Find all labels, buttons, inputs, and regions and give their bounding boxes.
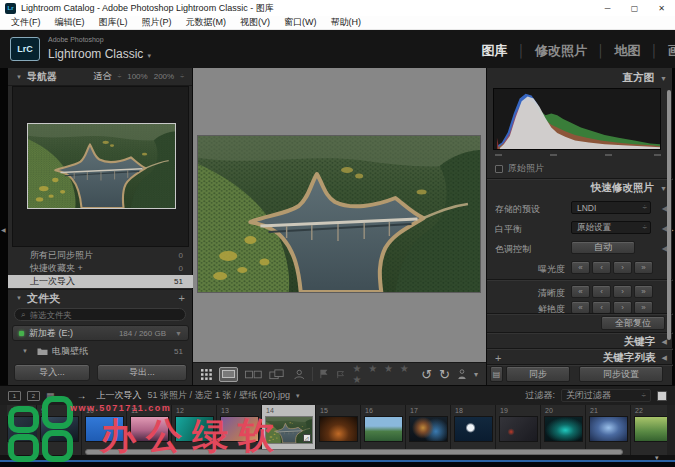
zoom-100[interactable]: 100% xyxy=(127,72,147,81)
menu-item-photo[interactable]: 照片(P) xyxy=(135,16,179,29)
navigator-header[interactable]: ▼ 导航器 适合 ÷ 100% 200% ÷ xyxy=(8,68,192,86)
filter-dropdown[interactable]: 关闭过滤器 ÷ xyxy=(561,389,651,402)
reset-all-button[interactable]: 全部复位 xyxy=(601,316,665,330)
reject-flag-icon[interactable] xyxy=(336,368,345,380)
filmstrip-thumb[interactable]: 12 xyxy=(172,405,217,455)
menu-item-window[interactable]: 窗口(W) xyxy=(277,16,324,29)
menu-item-edit[interactable]: 编辑(E) xyxy=(48,16,92,29)
collapse-left-panel-icon[interactable]: ◀ xyxy=(1,226,6,233)
filmstrip-thumb[interactable]: 21 xyxy=(586,405,631,455)
histogram[interactable] xyxy=(493,88,661,150)
zoom-fit[interactable]: 适合 xyxy=(93,70,111,83)
loupe-view-icon[interactable] xyxy=(219,367,239,382)
filmstrip-thumb[interactable]: 18 xyxy=(451,405,496,455)
exposure-large-minus-button[interactable]: « xyxy=(571,261,590,274)
import-button[interactable]: 导入... xyxy=(14,364,90,381)
second-window-icon[interactable]: 2 xyxy=(27,391,40,401)
volume-bar[interactable]: 新加卷 (E:) 184 / 260 GB ▼ xyxy=(12,325,189,341)
go-forward-icon[interactable]: → xyxy=(77,390,87,401)
grid-shortcut-icon[interactable]: ▦ xyxy=(46,391,55,401)
quick-develop-header[interactable]: 快速修改照片 ▼ xyxy=(487,180,673,196)
filmstrip-thumb[interactable]: 15 xyxy=(316,405,361,455)
clarity-minus-button[interactable]: ‹ xyxy=(592,285,611,298)
module-develop[interactable]: 修改照片 xyxy=(533,42,589,60)
close-button[interactable]: ✕ xyxy=(648,0,675,16)
module-book[interactable]: 画 xyxy=(666,42,675,60)
filmstrip-thumb[interactable]: 10 xyxy=(82,405,127,455)
histogram-header[interactable]: 直方图 ▼ xyxy=(487,70,673,86)
thumb-image[interactable] xyxy=(319,416,358,442)
menu-item-metadata[interactable]: 元数据(M) xyxy=(179,16,234,29)
survey-view-icon[interactable] xyxy=(269,368,286,381)
exposure-plus-button[interactable]: › xyxy=(613,261,632,274)
star-rating[interactable]: ★ ★ ★ ★ ★ xyxy=(353,363,415,385)
rotate-left-icon[interactable]: ↺ xyxy=(421,368,432,381)
white-balance-dropdown[interactable]: 原始设置 ÷ xyxy=(571,221,651,234)
histogram-caret-icon[interactable]: ▼ xyxy=(660,75,667,82)
navigator-photo[interactable] xyxy=(27,123,176,209)
pick-flag-icon[interactable] xyxy=(320,368,329,380)
thumb-image[interactable] xyxy=(364,416,403,442)
quick-develop-caret-icon[interactable]: ▼ xyxy=(660,185,667,192)
export-button[interactable]: 导出... xyxy=(97,364,187,381)
sync-button[interactable]: 同步 xyxy=(506,366,570,382)
filmstrip-source[interactable]: 上一次导入 xyxy=(97,389,142,402)
catalog-item-quick-collection[interactable]: 快捷收藏夹 + 0 xyxy=(8,262,193,275)
zoom-spinner-icon[interactable]: ÷ xyxy=(180,73,184,80)
main-window-icon[interactable]: 1 xyxy=(8,391,21,401)
module-library[interactable]: 图库 xyxy=(480,42,510,60)
folder-filter-input[interactable] xyxy=(29,310,149,320)
clarity-plus-button[interactable]: › xyxy=(613,285,632,298)
saved-preset-dropdown[interactable]: LNDI ÷ xyxy=(571,201,651,214)
thumb-image[interactable] xyxy=(130,416,169,442)
thumb-image[interactable] xyxy=(40,416,79,442)
thumb-image[interactable] xyxy=(544,416,583,442)
rotate-right-icon[interactable]: ↻ xyxy=(439,368,450,381)
people-view-icon[interactable] xyxy=(293,368,306,381)
folders-header[interactable]: ▼ 文件夹 + xyxy=(8,289,193,306)
brand-caret-icon[interactable]: ▾ xyxy=(147,52,151,59)
filmstrip-thumb[interactable]: 8 xyxy=(7,405,37,455)
thumb-image[interactable] xyxy=(409,416,448,442)
catalog-item-all-synced[interactable]: 所有已同步照片 0 xyxy=(8,249,193,262)
toolbar-options-icon[interactable]: ▾ xyxy=(474,370,478,379)
thumb-image[interactable] xyxy=(589,416,628,442)
auto-tone-button[interactable]: 自动 xyxy=(571,241,635,254)
exposure-large-plus-button[interactable]: » xyxy=(634,261,653,274)
filmstrip-source-caret-icon[interactable]: ▾ xyxy=(296,392,300,400)
thumb-image[interactable] xyxy=(175,416,214,442)
add-folder-icon[interactable]: + xyxy=(179,292,185,304)
original-photo-checkbox[interactable] xyxy=(495,165,503,173)
keyword-list-caret-icon[interactable]: ◀ xyxy=(662,354,667,362)
volume-caret-icon[interactable]: ▼ xyxy=(175,330,182,337)
collapse-filmstrip-icon[interactable]: ▾ xyxy=(655,454,659,462)
clarity-large-minus-button[interactable]: « xyxy=(571,285,590,298)
thumb-image[interactable] xyxy=(454,416,493,442)
maximize-button[interactable]: ▢ xyxy=(621,0,648,16)
main-photo[interactable] xyxy=(198,136,480,292)
keywords-caret-icon[interactable]: ◀ xyxy=(662,338,667,346)
menu-item-view[interactable]: 视图(V) xyxy=(233,16,277,29)
thumb-image[interactable] xyxy=(634,416,668,442)
filmstrip-thumb[interactable]: 14◿ xyxy=(262,405,316,455)
thumb-image[interactable] xyxy=(499,416,538,442)
filmstrip-thumb[interactable]: 13 xyxy=(217,405,262,455)
filmstrip-thumb[interactable]: 9 xyxy=(37,405,82,455)
filmstrip-thumb[interactable]: 11 xyxy=(127,405,172,455)
expand-triangle-icon[interactable]: ▼ xyxy=(22,348,28,354)
filmstrip-thumb[interactable]: 22 xyxy=(631,405,667,455)
right-panel-scrollbar[interactable] xyxy=(667,90,671,340)
zoom-spinner-icon[interactable]: ÷ xyxy=(117,73,121,80)
go-back-icon[interactable]: ← xyxy=(61,390,71,401)
thumb-image[interactable]: ◿ xyxy=(265,416,313,444)
filmstrip-thumb[interactable]: 19 xyxy=(496,405,541,455)
exposure-minus-button[interactable]: ‹ xyxy=(592,261,611,274)
menu-item-library[interactable]: 图库(L) xyxy=(92,16,135,29)
minimize-button[interactable]: ─ xyxy=(594,0,621,16)
compare-view-icon[interactable] xyxy=(245,368,262,381)
thumb-image[interactable] xyxy=(85,416,124,442)
sync-settings-button[interactable]: 同步设置 xyxy=(579,366,663,382)
filter-toggle[interactable] xyxy=(657,391,667,401)
filmstrip-thumb[interactable]: 20 xyxy=(541,405,586,455)
filmstrip-thumb[interactable]: 16 xyxy=(361,405,406,455)
